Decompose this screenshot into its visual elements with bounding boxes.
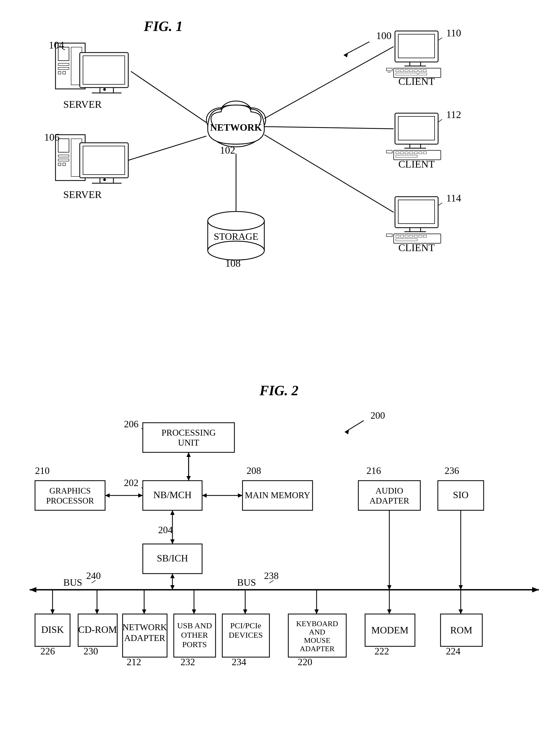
svg-rect-79	[405, 152, 408, 154]
svg-text:PCI/PCIe: PCI/PCIe	[230, 621, 261, 630]
svg-text:GRAPHICS: GRAPHICS	[49, 486, 91, 496]
svg-rect-57	[396, 70, 399, 72]
svg-rect-81	[414, 152, 417, 154]
svg-text:110: 110	[446, 27, 461, 39]
svg-rect-146	[358, 481, 420, 510]
fig2-title: FIG. 2	[259, 383, 298, 398]
svg-rect-24	[58, 163, 61, 166]
svg-rect-62	[419, 70, 422, 72]
svg-rect-103	[386, 234, 392, 236]
svg-line-108	[128, 136, 206, 160]
svg-marker-137	[138, 493, 143, 498]
svg-text:NETWORK: NETWORK	[210, 122, 262, 133]
svg-rect-116	[143, 423, 234, 452]
svg-marker-136	[105, 493, 110, 498]
svg-line-70	[438, 38, 442, 41]
svg-text:224: 224	[446, 646, 460, 657]
svg-point-46	[208, 241, 264, 260]
svg-marker-130	[238, 493, 243, 498]
svg-text:STORAGE: STORAGE	[214, 231, 258, 242]
svg-text:MAIN MEMORY: MAIN MEMORY	[245, 490, 310, 500]
svg-text:CLIENT: CLIENT	[398, 76, 435, 87]
svg-text:114: 114	[446, 192, 461, 204]
svg-marker-177	[95, 609, 99, 614]
svg-marker-188	[192, 609, 196, 614]
svg-rect-83	[423, 152, 427, 154]
svg-text:UNIT: UNIT	[178, 438, 199, 448]
svg-rect-78	[400, 152, 404, 154]
svg-rect-8	[58, 71, 61, 74]
svg-text:USB AND: USB AND	[177, 621, 212, 630]
svg-text:ADAPTER: ADAPTER	[300, 645, 334, 653]
svg-rect-63	[423, 70, 427, 72]
fig1-diagram: FIG. 1 100 SERVER 104	[22, 16, 536, 361]
svg-text:MODEM: MODEM	[371, 625, 408, 635]
svg-text:OTHER: OTHER	[181, 630, 208, 639]
svg-text:MOUSE: MOUSE	[304, 636, 330, 645]
svg-line-114	[345, 421, 364, 432]
svg-rect-96	[400, 235, 404, 237]
svg-text:236: 236	[445, 465, 459, 476]
svg-text:212: 212	[127, 657, 141, 667]
svg-rect-95	[396, 235, 399, 237]
svg-text:ADAPTER: ADAPTER	[124, 633, 165, 643]
svg-text:108: 108	[225, 257, 240, 269]
svg-marker-172	[50, 609, 55, 614]
svg-text:DISK: DISK	[41, 624, 64, 635]
svg-rect-58	[400, 70, 404, 72]
svg-rect-97	[405, 235, 408, 237]
svg-text:104: 104	[49, 39, 64, 51]
svg-rect-102	[396, 239, 417, 241]
svg-text:BUS: BUS	[237, 577, 256, 588]
svg-point-45	[208, 211, 264, 230]
svg-text:AUDIO: AUDIO	[375, 486, 403, 496]
svg-text:204: 204	[158, 525, 173, 535]
svg-rect-22	[58, 155, 69, 157]
svg-text:SIO: SIO	[453, 489, 468, 500]
page: FIG. 1 100 SERVER 104	[0, 0, 558, 756]
svg-line-111	[264, 135, 394, 212]
svg-rect-100	[419, 235, 422, 237]
svg-text:202: 202	[124, 477, 138, 488]
svg-rect-72	[398, 117, 435, 140]
svg-point-16	[103, 88, 106, 91]
svg-rect-80	[409, 152, 413, 154]
svg-text:100: 100	[376, 30, 391, 41]
svg-text:FIG. 1: FIG. 1	[143, 19, 182, 34]
svg-text:226: 226	[41, 646, 55, 657]
svg-marker-143	[170, 539, 175, 544]
svg-rect-84	[396, 155, 417, 157]
svg-line-107	[131, 71, 206, 123]
svg-rect-52	[398, 34, 435, 58]
svg-line-109	[264, 47, 394, 119]
svg-text:232: 232	[180, 657, 195, 667]
svg-rect-85	[386, 150, 392, 153]
svg-marker-124	[186, 452, 191, 457]
svg-text:234: 234	[232, 657, 246, 667]
svg-rect-28	[83, 146, 125, 175]
svg-marker-201	[314, 609, 319, 614]
svg-text:NETWORK: NETWORK	[123, 622, 167, 632]
svg-text:CLIENT: CLIENT	[398, 242, 435, 253]
svg-marker-165	[170, 585, 175, 590]
svg-text:222: 222	[375, 646, 389, 657]
svg-text:PORTS: PORTS	[182, 640, 207, 649]
svg-rect-98	[409, 235, 413, 237]
svg-text:PROCESSING: PROCESSING	[161, 428, 216, 437]
svg-rect-21	[58, 139, 69, 152]
svg-rect-23	[58, 159, 69, 161]
svg-text:238: 238	[264, 570, 279, 581]
svg-rect-25	[63, 163, 66, 166]
svg-marker-144	[170, 510, 175, 515]
svg-text:SB/ICH: SB/ICH	[157, 553, 188, 564]
svg-rect-64	[396, 73, 417, 75]
svg-text:AND: AND	[309, 628, 326, 636]
svg-rect-101	[423, 235, 427, 237]
svg-rect-138	[35, 481, 105, 510]
svg-text:206: 206	[124, 419, 138, 429]
svg-text:220: 220	[298, 657, 312, 667]
svg-text:DEVICES: DEVICES	[229, 630, 263, 639]
svg-text:ADAPTER: ADAPTER	[370, 496, 409, 505]
svg-marker-214	[459, 609, 463, 614]
svg-marker-131	[202, 493, 207, 498]
